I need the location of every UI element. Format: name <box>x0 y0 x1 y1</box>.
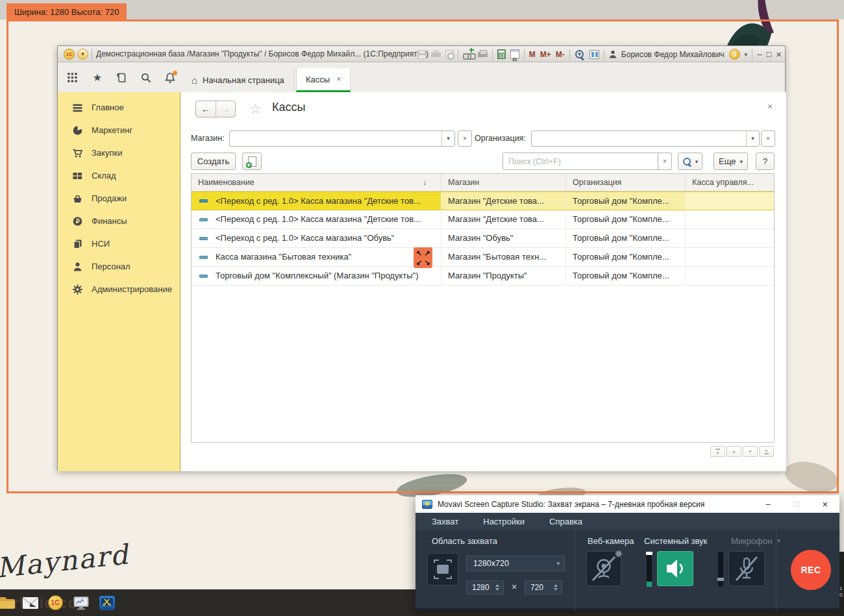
sidebar-item-personnel[interactable]: Персонал <box>58 255 180 278</box>
help-button[interactable]: ? <box>756 153 775 170</box>
maximize-button[interactable]: □ <box>782 495 811 513</box>
search-options-button[interactable]: ▾ <box>678 153 702 170</box>
notifications-button[interactable] <box>164 72 176 84</box>
system-sound-toggle-button[interactable] <box>657 551 693 586</box>
sidebar-item-main[interactable]: Главное <box>58 96 180 119</box>
calendar-icon[interactable]: 31 <box>510 49 519 59</box>
search-clear-button[interactable]: × <box>658 153 672 170</box>
movavi-panel: Область захвата 1280x720 ▾ × Веб <box>416 530 839 610</box>
search-input[interactable] <box>503 153 658 169</box>
chevron-down-icon: ▾ <box>81 51 84 57</box>
history-button[interactable] <box>116 72 127 84</box>
sidebar-item-purchases[interactable]: Закупки <box>58 142 180 164</box>
split-view-icon[interactable] <box>590 50 599 59</box>
mic-toggle-button[interactable] <box>728 551 765 586</box>
back-button[interactable]: ← <box>196 101 216 117</box>
memory-m-minus-button[interactable]: M- <box>556 50 565 59</box>
system-sound-slider[interactable] <box>647 552 652 587</box>
sidebar-item-label: Персонал <box>92 262 130 271</box>
column-header-kassa[interactable]: Касса управля... <box>686 174 774 191</box>
zoom-icon[interactable] <box>575 49 585 60</box>
taskbar-1c-button[interactable]: 1С <box>44 589 66 616</box>
create-button[interactable]: Создать <box>191 153 236 170</box>
width-input[interactable] <box>467 581 491 594</box>
tab-home[interactable]: ⌂ Начальная страница <box>182 68 294 92</box>
column-header-org[interactable]: Организация <box>566 174 686 191</box>
forward-button[interactable]: → <box>216 101 236 117</box>
memory-m-plus-button[interactable]: M+ <box>540 50 551 59</box>
table-row[interactable]: Касса магазина "Бытовая техника" Магазин… <box>192 248 774 267</box>
width-spinner-buttons[interactable] <box>491 581 503 594</box>
go-first-button[interactable]: ▲ <box>710 446 725 457</box>
maximize-button[interactable]: □ <box>766 46 771 62</box>
chevron-down-icon[interactable]: ▾ <box>777 537 780 544</box>
slider-handle[interactable] <box>717 578 724 581</box>
shop-filter-input[interactable] <box>230 131 441 146</box>
minimize-button[interactable]: – <box>757 46 762 62</box>
resolution-dropdown[interactable]: 1280x720 ▾ <box>466 556 565 571</box>
rec-button[interactable]: REC <box>791 550 831 590</box>
sidebar-item-finance[interactable]: ₽ Финансы <box>58 210 180 232</box>
height-spinner-buttons[interactable] <box>550 581 562 594</box>
table-row[interactable]: Торговый дом "Комплексный" (Магазин "Про… <box>192 267 774 286</box>
webcam-toggle-button[interactable] <box>586 551 621 586</box>
page-title: Кассы <box>272 101 305 114</box>
sidebar-item-warehouse[interactable]: Склад <box>58 164 180 187</box>
main-menu-grid-button[interactable] <box>67 72 79 84</box>
print-icon[interactable] <box>431 50 441 58</box>
tab-close-icon[interactable]: × <box>336 75 341 84</box>
global-search-button[interactable] <box>140 72 152 84</box>
table-row[interactable]: <Переход с ред. 1.0> Касса магазина "Дет… <box>192 210 774 229</box>
webcam-settings-gear-icon[interactable] <box>614 549 623 558</box>
more-button[interactable]: Еще ▾ <box>714 153 748 170</box>
info-button[interactable]: i <box>729 49 740 60</box>
sort-desc-icon: ↓ <box>423 174 427 191</box>
height-input[interactable] <box>525 581 550 594</box>
menu-capture[interactable]: Захват <box>432 517 458 526</box>
print-settings-icon[interactable] <box>478 50 488 58</box>
table-row[interactable]: <Переход с ред. 1.0> Касса магазина "Обу… <box>192 229 774 248</box>
chevron-down-icon[interactable]: ▾ <box>746 131 759 146</box>
scroll-down-button[interactable]: ▼ <box>743 446 758 457</box>
select-area-button[interactable] <box>427 553 458 585</box>
favorites-button[interactable]: ★ <box>92 72 103 84</box>
go-last-button[interactable]: ▼ <box>759 446 774 457</box>
memory-m-button[interactable]: M <box>529 50 536 59</box>
sidebar-item-marketing[interactable]: Маркетинг <box>58 119 180 142</box>
create-group-button[interactable] <box>242 153 262 170</box>
tab-kassy-label: Кассы <box>306 75 330 84</box>
slider-handle[interactable] <box>646 552 652 555</box>
org-filter-input[interactable] <box>532 131 746 146</box>
menu-settings[interactable]: Настройки <box>483 517 525 526</box>
tab-kassy[interactable]: Кассы × <box>296 68 351 92</box>
up-icon: ▲ <box>732 449 736 454</box>
scroll-up-button[interactable]: ▲ <box>726 446 741 457</box>
sidebar-item-label: Продажи <box>92 193 127 203</box>
mic-slider[interactable] <box>718 552 723 587</box>
minimize-button[interactable]: – <box>754 495 782 513</box>
chevron-down-icon[interactable]: ▾ <box>745 51 748 58</box>
favorite-star-button[interactable]: ☆ <box>249 101 262 117</box>
system-menu-button[interactable]: ▾ <box>77 49 88 60</box>
taskbar-capture-app-button[interactable] <box>70 589 92 616</box>
save-icon[interactable] <box>417 50 427 59</box>
close-button[interactable]: × <box>776 46 782 62</box>
table-row[interactable]: <Переход с ред. 1.0> Касса магазина "Дет… <box>192 191 774 210</box>
taskbar-movavi-button[interactable] <box>96 589 118 616</box>
form-close-button[interactable]: × <box>767 101 773 112</box>
sidebar-item-sales[interactable]: Продажи <box>58 187 180 210</box>
add-link-icon[interactable] <box>463 50 473 59</box>
print-preview-icon[interactable] <box>445 50 453 59</box>
menu-help[interactable]: Справка <box>549 517 582 526</box>
column-header-shop[interactable]: Магазин <box>441 174 566 191</box>
sidebar-item-nsi[interactable]: НСИ <box>58 232 180 255</box>
column-header-name[interactable]: Наименование↓ <box>192 174 441 191</box>
taskbar-mail-button[interactable] <box>19 589 42 616</box>
close-button[interactable]: × <box>811 495 839 513</box>
org-filter-clear-button[interactable]: × <box>761 130 775 147</box>
calculator-icon[interactable] <box>497 49 506 59</box>
chevron-down-icon[interactable]: ▾ <box>441 131 454 146</box>
taskbar-folder-button[interactable] <box>0 589 18 616</box>
shop-filter-clear-button[interactable]: × <box>458 130 472 147</box>
sidebar-item-administration[interactable]: Администрирование <box>58 278 180 301</box>
